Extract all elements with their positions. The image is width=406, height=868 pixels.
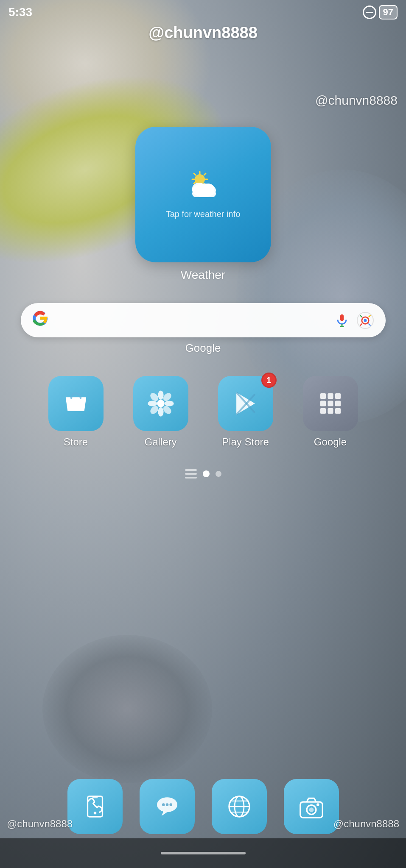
weather-icon-container [186,170,220,206]
search-action-icons [335,312,374,329]
app-item-google[interactable]: Google [297,376,364,448]
home-indicator[interactable] [161,852,246,854]
camera-svg [297,792,326,821]
play-store-svg [231,389,260,418]
svg-point-43 [162,803,165,806]
google-logo-g [33,311,48,330]
gallery-label: Gallery [144,436,176,448]
app-item-play-store[interactable]: 1 Play Store [212,376,280,448]
status-bar: 5:33 97 [0,0,406,22]
messages-icon [140,779,195,834]
dock-item-messages[interactable] [140,779,195,834]
weather-label: Weather [181,268,225,282]
phone-svg [80,792,110,821]
svg-point-21 [148,401,157,406]
app-item-store[interactable]: Store [42,376,110,448]
svg-point-19 [158,390,163,400]
google-app-icon [303,376,358,431]
svg-point-22 [164,401,174,406]
page-line-1 [185,469,197,471]
svg-point-17 [364,319,367,322]
svg-point-44 [165,803,168,806]
gallery-svg [146,389,176,418]
svg-rect-38 [335,408,340,414]
app-item-gallery[interactable]: Gallery [127,376,195,448]
play-store-badge: 1 [261,373,277,388]
dock-item-phone[interactable] [67,779,123,834]
browser-icon [212,779,267,834]
watermark-bottom-left: @chunvn8888 [7,818,73,830]
svg-rect-37 [328,408,333,414]
lens-svg [359,314,371,326]
weather-icon [186,170,220,200]
google-search-bar[interactable] [21,303,386,337]
svg-point-53 [309,807,314,812]
dock-item-camera[interactable] [284,779,339,834]
page-line-3 [185,477,197,479]
weather-widget[interactable]: Tap for weather info [135,127,271,262]
app-grid: Store [42,376,364,448]
weather-tap-text: Tap for weather info [157,209,249,219]
no-entry-icon [363,6,376,19]
store-icon [48,376,104,431]
svg-rect-32 [335,393,340,399]
svg-rect-31 [328,393,333,399]
svg-rect-39 [92,797,98,798]
page-dot-active[interactable] [203,470,210,477]
google-label: Google [185,342,221,355]
messages-svg [152,792,182,821]
play-store-icon: 1 [218,376,273,431]
svg-rect-35 [335,401,340,406]
svg-rect-12 [192,190,216,197]
play-store-label: Play Store [222,436,269,448]
microphone-icon[interactable] [335,313,349,328]
dock-item-browser[interactable] [212,779,267,834]
google-grid-svg [316,389,345,418]
phone-icon [67,779,123,834]
svg-point-18 [157,400,165,407]
watermark-top-right: @chunvn8888 [315,93,398,108]
store-label: Store [64,436,88,448]
gallery-icon [133,376,188,431]
svg-point-45 [169,803,172,806]
google-app-label: Google [314,436,347,448]
browser-svg [224,792,254,821]
svg-point-40 [93,812,96,815]
page-line-2 [185,473,197,475]
status-icons: 97 [363,5,398,19]
lens-icon[interactable] [357,312,374,329]
svg-point-54 [316,803,319,806]
store-svg [61,389,91,418]
svg-line-5 [194,173,196,175]
page-dot-inactive[interactable] [216,471,221,477]
svg-point-20 [158,407,163,417]
clock: 5:33 [8,6,32,19]
svg-rect-30 [320,393,325,399]
camera-icon [284,779,339,834]
svg-rect-34 [328,401,333,406]
svg-rect-33 [320,401,325,406]
svg-line-8 [194,182,196,184]
page-indicators [185,469,221,479]
page-lines-indicator [185,469,197,479]
svg-rect-13 [340,314,344,321]
watermark-bottom-right: @chunvn8888 [333,818,399,830]
watermark-top: @chunvn8888 [0,22,406,42]
home-content: Tap for weather info Weather [0,42,406,868]
google-g-svg [33,311,48,326]
svg-line-7 [204,173,206,175]
bottom-nav-bar [0,838,406,868]
battery-indicator: 97 [379,5,398,19]
svg-rect-36 [320,408,325,414]
